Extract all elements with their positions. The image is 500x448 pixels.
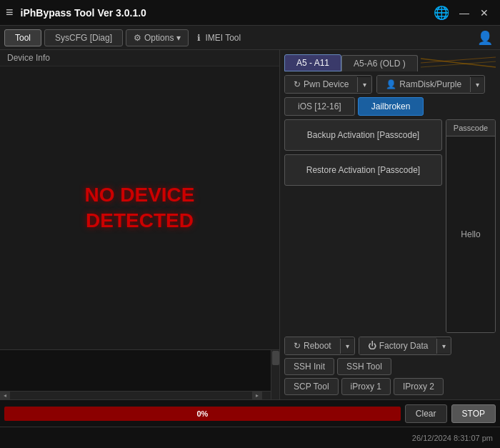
options-button[interactable]: ⚙ Options ▾ — [126, 29, 189, 46]
factory-data-button[interactable]: ⏻ Factory Data — [359, 337, 437, 354]
restore-activation-button[interactable]: Restore Activation [Passcode] — [284, 154, 442, 186]
factory-data-dropdown[interactable]: ▾ — [436, 339, 451, 354]
reboot-dropdown[interactable]: ▾ — [340, 339, 354, 354]
factory-data-group: ⏻ Factory Data ▾ — [359, 337, 452, 355]
minimize-button[interactable]: — — [454, 3, 474, 23]
scroll-left-arrow[interactable]: ◂ — [0, 391, 10, 399]
clear-button[interactable]: Clear — [405, 404, 447, 423]
ssh-init-button[interactable]: SSH Init — [284, 358, 334, 375]
proxy-row: SCP Tool iProxy 1 IProxy 2 — [284, 378, 496, 395]
vertical-scrollbar[interactable] — [271, 350, 279, 399]
log-area: ◂ ▸ — [0, 349, 279, 399]
decorative-lines — [421, 54, 496, 71]
passcode-box: Passcode Hello — [446, 119, 496, 333]
ssh-tool-button[interactable]: SSH Tool — [337, 358, 391, 375]
left-panel: Device Info NO DEVICEDETECTED ◂ ▸ — [0, 50, 280, 399]
ramdisk-group: 👤 RamDisk/Purple ▾ — [376, 75, 485, 94]
scroll-thumb-vertical[interactable] — [272, 351, 279, 365]
nav-bar: Tool SysCFG [Diag] ⚙ Options ▾ ℹ IMEI To… — [0, 26, 500, 50]
scroll-right-arrow[interactable]: ▸ — [252, 391, 262, 399]
no-device-text: NO DEVICEDETECTED — [84, 182, 194, 234]
refresh-icon: ↻ — [294, 79, 301, 89]
globe-icon[interactable]: 🌐 — [431, 3, 451, 23]
tab-syscfg[interactable]: SysCFG [Diag] — [44, 29, 123, 46]
datetime: 26/12/2024 8:31:07 pm — [412, 434, 493, 442]
app-title: iPhBypass Tool Ver 3.0.1.0 — [21, 7, 431, 19]
progress-bar: 0% — [4, 407, 401, 421]
stop-button[interactable]: STOP — [451, 404, 496, 423]
reboot-row: ↻ Reboot ▾ ⏻ Factory Data ▾ — [284, 337, 496, 355]
pwn-device-group: ↻ Pwn Device ▾ — [284, 75, 372, 94]
close-button[interactable]: ✕ — [474, 3, 494, 23]
device-info-header: Device Info — [0, 50, 279, 66]
backup-activation-button[interactable]: Backup Activation [Passcode] — [284, 119, 442, 151]
progress-area: 0% Clear STOP — [0, 399, 500, 427]
pwn-device-button[interactable]: ↻ Pwn Device — [285, 76, 357, 93]
ramdisk-icon: 👤 — [386, 79, 396, 89]
main-content: Device Info NO DEVICEDETECTED ◂ ▸ A5 - A… — [0, 50, 500, 399]
pwn-device-dropdown[interactable]: ▾ — [357, 77, 371, 92]
jailbroken-button[interactable]: Jailbroken — [358, 97, 424, 116]
passcode-value: Hello — [446, 136, 495, 332]
ios-jailbroken-row: iOS [12-16] Jailbroken — [284, 97, 496, 116]
tab-tool[interactable]: Tool — [4, 29, 41, 46]
passcode-label: Passcode — [446, 120, 495, 136]
tab-a5a6old[interactable]: A5-A6 (OLD ) — [341, 55, 418, 71]
iproxy2-button[interactable]: IProxy 2 — [394, 378, 444, 395]
tab-row: A5 - A11 A5-A6 (OLD ) — [284, 54, 496, 71]
ramdisk-button[interactable]: 👤 RamDisk/Purple — [377, 76, 470, 93]
profile-icon[interactable]: 👤 — [474, 27, 496, 49]
activation-buttons: Backup Activation [Passcode] Restore Act… — [284, 119, 442, 333]
right-panel: A5 - A11 A5-A6 (OLD ) ↻ Pwn Device ▾ — [280, 50, 500, 399]
power-icon: ⏻ — [368, 341, 376, 351]
title-bar: ≡ iPhBypass Tool Ver 3.0.1.0 🌐 — ✕ — [0, 0, 500, 26]
ios-mode-button[interactable]: iOS [12-16] — [284, 97, 355, 116]
horizontal-scrollbar[interactable]: ◂ ▸ — [0, 391, 271, 399]
passcode-section: Backup Activation [Passcode] Restore Act… — [284, 119, 496, 333]
progress-label: 0% — [196, 409, 208, 418]
device-display: NO DEVICEDETECTED — [0, 66, 279, 349]
bottom-tools: ↻ Reboot ▾ ⏻ Factory Data ▾ SSH Init SSH… — [284, 337, 496, 395]
action-row1: ↻ Pwn Device ▾ 👤 RamDisk/Purple ▾ — [284, 75, 496, 94]
settings-icon: ⚙ — [134, 33, 141, 43]
ssh-row: SSH Init SSH Tool — [284, 358, 496, 375]
info-icon: ℹ — [197, 33, 201, 43]
reboot-button[interactable]: ↻ Reboot — [285, 337, 340, 354]
chevron-down-icon: ▾ — [176, 33, 181, 43]
reboot-group: ↻ Reboot ▾ — [284, 337, 355, 355]
iproxy1-button[interactable]: iProxy 1 — [341, 378, 391, 395]
menu-icon[interactable]: ≡ — [6, 5, 14, 20]
scp-tool-button[interactable]: SCP Tool — [284, 378, 339, 395]
tab-a5a11[interactable]: A5 - A11 — [284, 54, 341, 71]
reboot-icon: ↻ — [294, 341, 301, 351]
imei-section: ℹ IMEI Tool — [197, 33, 241, 43]
status-bar: 26/12/2024 8:31:07 pm — [0, 427, 500, 448]
ramdisk-dropdown[interactable]: ▾ — [470, 77, 484, 92]
